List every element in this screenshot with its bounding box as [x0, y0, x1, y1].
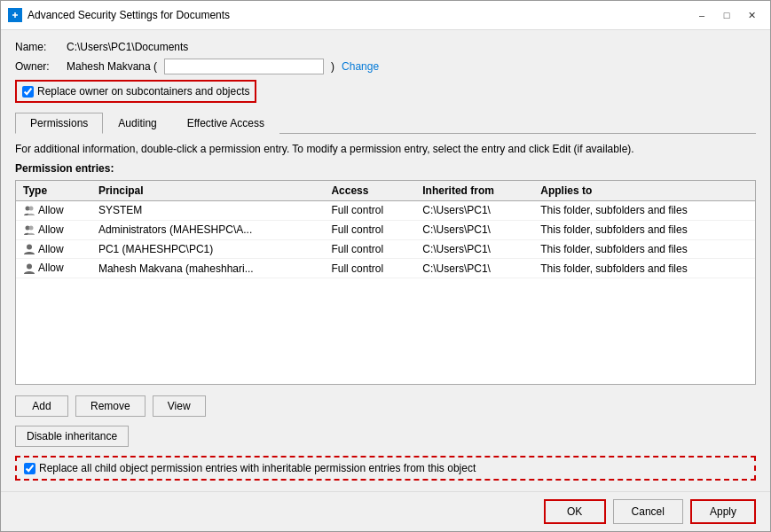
- cell-type: Allow: [16, 201, 91, 221]
- name-label: Name:: [15, 41, 59, 53]
- tab-permissions[interactable]: Permissions: [15, 113, 103, 134]
- cell-inherited-from: C:\Users\PC1\: [415, 201, 533, 221]
- tab-bar: Permissions Auditing Effective Access: [15, 112, 756, 134]
- replace-child-label: Replace all child object permission entr…: [39, 462, 476, 474]
- cell-access: Full control: [324, 220, 415, 239]
- replace-child-row: Replace all child object permission entr…: [15, 456, 756, 481]
- cell-principal: Mahesh Makvana (maheshhari...: [91, 259, 325, 278]
- svg-point-2: [29, 206, 34, 210]
- cancel-button[interactable]: Cancel: [613, 499, 683, 524]
- cell-type: Allow: [16, 259, 91, 278]
- cell-type: Allow: [16, 220, 91, 239]
- cell-access: Full control: [324, 201, 415, 221]
- owner-input-field[interactable]: [164, 59, 324, 74]
- col-inherited-from: Inherited from: [415, 181, 533, 201]
- cell-applies-to: This folder, subfolders and files: [533, 239, 755, 259]
- replace-owner-checkbox[interactable]: [22, 86, 34, 98]
- table-row[interactable]: AllowMahesh Makvana (maheshhari...Full c…: [16, 259, 755, 278]
- action-buttons: Add Remove View: [15, 395, 756, 417]
- bottom-bar: OK Cancel Apply: [1, 491, 770, 531]
- window-icon: [8, 8, 22, 22]
- name-value: C:\Users\PC1\Documents: [67, 41, 188, 53]
- content-area: Name: C:\Users\PC1\Documents Owner: Mahe…: [1, 30, 770, 491]
- table-row[interactable]: AllowSYSTEMFull controlC:\Users\PC1\This…: [16, 201, 755, 221]
- name-row: Name: C:\Users\PC1\Documents: [15, 41, 756, 53]
- col-principal: Principal: [91, 181, 325, 201]
- cell-principal: PC1 (MAHESHPC\PC1): [91, 239, 325, 259]
- cell-applies-to: This folder, subfolders and files: [533, 201, 755, 221]
- col-type: Type: [16, 181, 91, 201]
- tab-auditing[interactable]: Auditing: [103, 113, 171, 134]
- cell-inherited-from: C:\Users\PC1\: [415, 239, 533, 259]
- col-access: Access: [324, 181, 415, 201]
- owner-row: Owner: Mahesh Makvana ( ) Change: [15, 59, 756, 74]
- cell-inherited-from: C:\Users\PC1\: [415, 220, 533, 239]
- owner-label: Owner:: [15, 60, 59, 73]
- disable-inheritance-button[interactable]: Disable inheritance: [15, 426, 129, 447]
- col-applies-to: Applies to: [533, 181, 755, 201]
- permission-entries-label: Permission entries:: [15, 162, 756, 175]
- replace-owner-row: Replace owner on subcontainers and objec…: [15, 80, 256, 103]
- change-owner-link[interactable]: Change: [342, 60, 379, 73]
- maximize-button[interactable]: □: [715, 6, 738, 24]
- main-window: Advanced Security Settings for Documents…: [0, 0, 771, 532]
- cell-access: Full control: [324, 259, 415, 278]
- owner-value-prefix: Mahesh Makvana (: [67, 60, 157, 73]
- cell-type: Allow: [16, 239, 91, 259]
- cell-applies-to: This folder, subfolders and files: [533, 259, 755, 278]
- owner-value-suffix: ): [331, 60, 334, 73]
- permissions-table-container: Type Principal Access Inherited from App…: [15, 180, 756, 385]
- cell-access: Full control: [324, 239, 415, 259]
- window-title: Advanced Security Settings for Documents: [28, 9, 690, 21]
- window-controls: – □ ✕: [690, 6, 763, 24]
- permissions-table: Type Principal Access Inherited from App…: [16, 181, 755, 278]
- add-button[interactable]: Add: [15, 395, 68, 417]
- ok-button[interactable]: OK: [544, 499, 606, 524]
- svg-point-4: [29, 225, 34, 230]
- svg-point-6: [27, 264, 32, 270]
- svg-point-5: [27, 245, 32, 250]
- replace-owner-label: Replace owner on subcontainers and objec…: [37, 85, 249, 98]
- table-row[interactable]: AllowAdministrators (MAHESHPC\A...Full c…: [16, 220, 755, 239]
- cell-principal: SYSTEM: [91, 201, 325, 221]
- apply-button[interactable]: Apply: [690, 499, 756, 524]
- view-button[interactable]: View: [153, 395, 206, 417]
- table-row[interactable]: AllowPC1 (MAHESHPC\PC1)Full controlC:\Us…: [16, 239, 755, 259]
- cell-principal: Administrators (MAHESHPC\A...: [91, 220, 325, 239]
- table-header-row: Type Principal Access Inherited from App…: [16, 181, 755, 201]
- minimize-button[interactable]: –: [690, 6, 713, 24]
- remove-button[interactable]: Remove: [75, 395, 146, 417]
- title-bar: Advanced Security Settings for Documents…: [1, 1, 770, 30]
- info-text: For additional information, double-click…: [15, 143, 756, 155]
- cell-inherited-from: C:\Users\PC1\: [415, 259, 533, 278]
- cell-applies-to: This folder, subfolders and files: [533, 220, 755, 239]
- tab-effective-access[interactable]: Effective Access: [172, 113, 279, 134]
- replace-child-checkbox[interactable]: [24, 463, 35, 474]
- close-button[interactable]: ✕: [740, 6, 763, 24]
